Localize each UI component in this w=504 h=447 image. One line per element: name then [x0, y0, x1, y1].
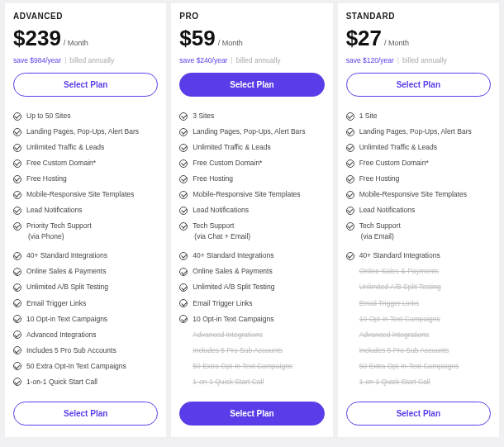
check-circle-icon [179, 128, 188, 136]
feature-item: Free Custom Domain* [346, 155, 491, 171]
billed-text: billed annually [236, 56, 281, 64]
feature-item: Unlimited A/B Split Testing [13, 279, 158, 295]
check-circle-icon [13, 191, 21, 199]
feature-item: Free Hosting [13, 171, 158, 187]
select-plan-button-bottom[interactable]: Select Plan [346, 402, 491, 426]
feature-item: Mobile-Responsive Site Templates [346, 187, 491, 202]
feature-item: Unlimited Traffic & Leads [346, 140, 491, 155]
feature-item: 10 Opt-in Text Campaigns [179, 311, 324, 327]
feature-text: Advanced Integrations [359, 330, 430, 340]
feature-text: Free Custom Domain* [26, 159, 96, 168]
feature-text: Mobile-Responsive Site Templates [359, 190, 467, 199]
check-circle-icon [13, 252, 21, 260]
feature-item: 1-on-1 Quick Start Call [13, 374, 158, 390]
check-circle-icon [179, 283, 188, 292]
select-plan-button-top[interactable]: Select Plan [346, 73, 491, 97]
select-plan-button-bottom[interactable]: Select Plan [179, 402, 324, 426]
feature-item: Lead Notifications [179, 202, 324, 218]
feature-text: Lead Notifications [359, 206, 416, 215]
check-circle-icon [346, 159, 354, 168]
feature-subtext: (via Email) [346, 232, 491, 240]
feature-text: Up to 50 Sites [26, 112, 70, 121]
feature-text: Advanced Integrations [193, 330, 263, 340]
check-circle-icon [13, 159, 21, 168]
feature-list: Up to 50 SitesLanding Pages, Pop-Ups, Al… [13, 108, 158, 390]
price-row: $27/ Month [346, 26, 491, 51]
feature-text: Unlimited Traffic & Leads [193, 143, 270, 152]
select-plan-button-top[interactable]: Select Plan [13, 73, 158, 97]
savings-text: save $120/year [346, 56, 394, 64]
check-circle-icon [179, 268, 188, 276]
feature-text: 10 Opt-in Text Campaigns [359, 315, 440, 324]
feature-text: 50 Extra Opt-In Text Campaigns [359, 362, 459, 371]
feature-item: Unlimited A/B Split Testing [179, 279, 324, 295]
check-circle-icon [179, 315, 188, 323]
feature-text: 1 Site [359, 112, 378, 121]
feature-item: 1 Site [346, 108, 491, 124]
price-period: / Month [384, 39, 409, 47]
feature-text: Landing Pages, Pop-Ups, Alert Bars [26, 127, 139, 136]
check-circle-icon [13, 144, 21, 152]
plan-card-pro: PRO$59/ Monthsave $240/year|billed annua… [171, 3, 332, 437]
select-plan-button-top[interactable]: Select Plan [179, 73, 324, 97]
billed-text: billed annually [402, 56, 447, 64]
check-circle-icon [13, 346, 21, 354]
check-circle-icon [346, 175, 354, 183]
feature-item: Unlimited Traffic & Leads [179, 140, 324, 155]
price-row: $239/ Month [13, 26, 158, 51]
feature-item: 10 Opt-in Text Campaigns [346, 311, 491, 327]
feature-item: Landing Pages, Pop-Ups, Alert Bars [346, 124, 491, 140]
divider: | [231, 56, 232, 64]
check-circle-icon [13, 175, 21, 183]
check-circle-icon [13, 330, 21, 339]
feature-text: Unlimited A/B Split Testing [26, 283, 108, 292]
check-circle-icon [179, 207, 188, 215]
feature-text: Free Hosting [193, 174, 233, 183]
feature-text: Email Trigger Links [26, 299, 86, 308]
feature-item: Includes 5 Pro Sub Accounts [179, 343, 324, 359]
feature-item: 40+ Standard Integrations [179, 248, 324, 264]
savings-text: save $984/year [13, 56, 61, 64]
feature-text: Online Sales & Payments [359, 267, 439, 276]
check-circle-icon [346, 128, 354, 136]
feature-item: 3 Sites [179, 108, 324, 124]
check-circle-icon [179, 144, 188, 152]
check-circle-icon [346, 252, 354, 260]
pricing-grid: ADVANCED$239/ Monthsave $984/year|billed… [5, 3, 499, 437]
check-circle-icon [346, 144, 354, 152]
price-amount: $239 [13, 26, 61, 51]
feature-item: Includes 5 Pro Sub Accounts [346, 343, 491, 359]
feature-item: Email Trigger Links [346, 296, 491, 311]
savings-text: save $240/year [179, 56, 227, 64]
check-circle-icon [13, 112, 21, 121]
divider: | [397, 56, 399, 64]
check-circle-icon [13, 378, 21, 386]
check-circle-icon [179, 222, 188, 231]
check-circle-icon [179, 175, 188, 183]
feature-item: Landing Pages, Pop-Ups, Alert Bars [13, 124, 158, 140]
feature-text: 3 Sites [193, 112, 214, 121]
feature-text: 50 Extra Opt-In Text Campaigns [193, 362, 292, 371]
price-period: / Month [218, 39, 243, 47]
feature-text: 40+ Standard Integrations [26, 251, 107, 260]
feature-text: Online Sales & Payments [193, 267, 272, 276]
select-plan-button-bottom[interactable]: Select Plan [13, 402, 158, 426]
feature-text: Unlimited A/B Split Testing [193, 283, 274, 292]
feature-item: Free Custom Domain* [179, 155, 324, 171]
feature-text: Landing Pages, Pop-Ups, Alert Bars [193, 127, 305, 136]
feature-item: 1-on-1 Quick Start Call [346, 374, 491, 390]
feature-text: Unlimited Traffic & Leads [26, 143, 104, 152]
check-circle-icon [13, 362, 21, 370]
feature-text: Unlimited A/B Split Testing [359, 283, 441, 292]
feature-item: Online Sales & Payments [13, 264, 158, 279]
feature-text: Email Trigger Links [193, 299, 252, 308]
plan-name: PRO [179, 12, 324, 21]
feature-text: Free Hosting [26, 174, 67, 183]
feature-text: Mobile-Responsive Site Templates [26, 190, 134, 199]
feature-text: 50 Extra Opt-In Text Campaigns [26, 362, 126, 371]
feature-item: Online Sales & Payments [346, 264, 491, 279]
feature-text: Tech Support [359, 221, 401, 231]
feature-text: 10 Opt-in Text Campaigns [193, 315, 273, 324]
check-circle-icon [13, 283, 21, 292]
feature-text: Tech Support [193, 221, 234, 231]
